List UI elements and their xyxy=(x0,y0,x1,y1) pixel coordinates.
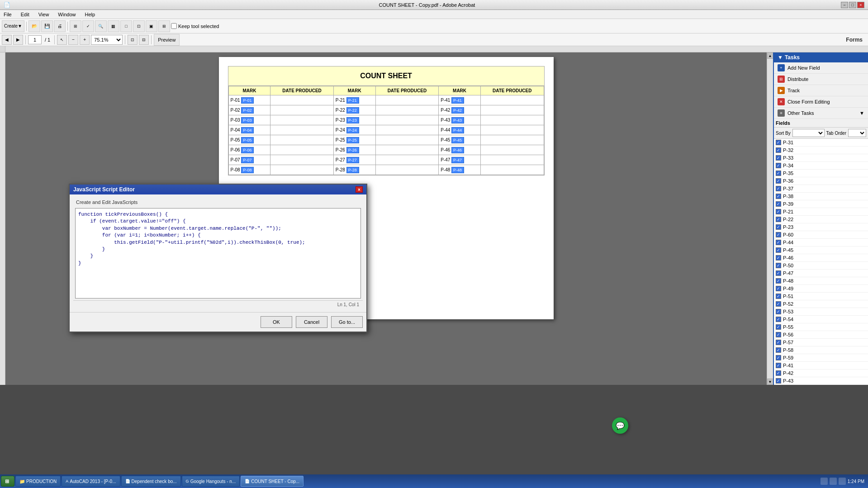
field-box[interactable]: P-06 xyxy=(241,147,254,153)
close-button[interactable]: × xyxy=(857,2,864,8)
tab-order-select[interactable] xyxy=(848,129,866,137)
field-item[interactable]: ✓ P-32 xyxy=(774,147,868,154)
task-distribute[interactable]: ⊞ Distribute xyxy=(774,74,868,85)
field-box[interactable]: P-03 xyxy=(241,117,254,123)
keep-tool-checkbox[interactable] xyxy=(171,23,177,29)
nav-forward[interactable]: ▶ xyxy=(13,35,23,45)
field-item[interactable]: ✓ P-60 xyxy=(774,231,868,239)
field-box[interactable]: P-41 xyxy=(451,97,464,104)
field-box[interactable]: P-42 xyxy=(451,107,464,114)
nav-back[interactable]: ◀ xyxy=(2,35,12,45)
field-checkbox[interactable]: ✓ xyxy=(776,209,781,214)
field-item[interactable]: ✓ P-58 xyxy=(774,346,868,354)
field-checkbox[interactable]: ✓ xyxy=(776,317,781,322)
taskbar-count-sheet[interactable]: 📄 COUNT SHEET - Cop... xyxy=(241,476,304,487)
field-checkbox[interactable]: ✓ xyxy=(776,332,781,337)
field-item[interactable]: ✓ P-54 xyxy=(774,316,868,323)
field-checkbox[interactable]: ✓ xyxy=(776,240,781,245)
field-item[interactable]: ✓ P-22 xyxy=(774,216,868,223)
field-checkbox[interactable]: ✓ xyxy=(776,294,781,299)
sort-by-select[interactable] xyxy=(792,129,825,137)
field-item[interactable]: ✓ P-52 xyxy=(774,300,868,308)
field-box[interactable]: P-25 xyxy=(346,137,359,143)
field-item[interactable]: ✓ P-42 xyxy=(774,370,868,377)
field-item[interactable]: ✓ P-53 xyxy=(774,308,868,316)
print-button[interactable]: 🖨 xyxy=(54,20,66,32)
minimize-button[interactable]: − xyxy=(841,2,848,8)
toolbar-btn-6[interactable]: ▦ xyxy=(108,20,119,32)
menu-edit[interactable]: Edit xyxy=(19,11,31,18)
field-item[interactable]: ✓ P-33 xyxy=(774,154,868,162)
field-box[interactable]: P-48 xyxy=(451,167,464,173)
field-box[interactable]: P-08 xyxy=(241,167,254,173)
toolbar-btn-8[interactable]: ⊡ xyxy=(133,20,145,32)
field-item[interactable]: ✓ P-46 xyxy=(774,254,868,262)
field-item[interactable]: ✓ P-37 xyxy=(774,185,868,193)
menu-window[interactable]: Window xyxy=(56,11,77,18)
field-checkbox[interactable]: ✓ xyxy=(776,194,781,199)
menu-file[interactable]: File xyxy=(2,11,14,18)
open-button[interactable]: 📂 xyxy=(28,20,40,32)
tasks-collapse-icon[interactable]: ▼ xyxy=(778,54,783,61)
field-box[interactable]: P-46 xyxy=(451,147,464,153)
fit-width[interactable]: ⊟ xyxy=(139,35,149,45)
field-item[interactable]: ✓ P-34 xyxy=(774,162,868,170)
task-other-tasks[interactable]: ≡ Other Tasks ▼ xyxy=(774,108,868,119)
save-button[interactable]: 💾 xyxy=(41,20,53,32)
fit-page[interactable]: ⊡ xyxy=(128,35,138,45)
field-item[interactable]: ✓ P-57 xyxy=(774,339,868,346)
field-box[interactable]: P-26 xyxy=(346,147,359,153)
field-item[interactable]: ✓ P-47 xyxy=(774,270,868,277)
goto-button[interactable]: Go to... xyxy=(331,316,363,328)
dialog-close-button[interactable]: × xyxy=(356,186,363,193)
field-item[interactable]: ✓ P-36 xyxy=(774,177,868,185)
field-item[interactable]: ✓ P-38 xyxy=(774,193,868,200)
preview-button[interactable]: Preview xyxy=(154,34,180,46)
toolbar-btn-5[interactable]: 🔍 xyxy=(95,20,107,32)
field-item[interactable]: ✓ P-39 xyxy=(774,200,868,208)
field-checkbox[interactable]: ✓ xyxy=(776,270,781,276)
field-item[interactable]: ✓ P-21 xyxy=(774,208,868,216)
select-tool[interactable]: ↖ xyxy=(57,35,67,45)
field-item[interactable]: ✓ P-48 xyxy=(774,277,868,285)
task-close-form-editing[interactable]: ✕ Close Form Editing xyxy=(774,96,868,108)
vertical-scrollbar[interactable]: ▲ ▼ xyxy=(767,52,773,385)
field-item[interactable]: ✓ P-43 xyxy=(774,377,868,385)
field-checkbox[interactable]: ✓ xyxy=(776,247,781,253)
field-box[interactable]: P-07 xyxy=(241,157,254,163)
field-item[interactable]: ✓ P-44 xyxy=(774,239,868,246)
field-item[interactable]: ✓ P-35 xyxy=(774,170,868,177)
field-box[interactable]: P-23 xyxy=(346,117,359,123)
toolbar-btn-10[interactable]: ⊞ xyxy=(158,20,170,32)
field-checkbox[interactable]: ✓ xyxy=(776,224,781,230)
field-box[interactable]: P-21 xyxy=(346,97,359,104)
taskbar-production[interactable]: 📁 PRODUCTION xyxy=(15,476,61,487)
field-item[interactable]: ✓ P-56 xyxy=(774,331,868,339)
task-track[interactable]: ▶ Track xyxy=(774,85,868,96)
code-editor[interactable]: function tickPreviousBoxes() { if (event… xyxy=(75,208,361,298)
field-checkbox[interactable]: ✓ xyxy=(776,163,781,168)
field-item[interactable]: ✓ P-41 xyxy=(774,362,868,370)
field-item[interactable]: ✓ P-31 xyxy=(774,139,868,147)
start-button[interactable]: ⊞ xyxy=(1,476,14,487)
field-checkbox[interactable]: ✓ xyxy=(776,255,781,261)
taskbar-dependent[interactable]: 📄 Dependent check bo... xyxy=(121,476,181,487)
field-box[interactable]: P-28 xyxy=(346,167,359,173)
toolbar-btn-3[interactable]: ⊞ xyxy=(70,20,81,32)
field-item[interactable]: ✓ P-49 xyxy=(774,285,868,293)
field-checkbox[interactable]: ✓ xyxy=(776,155,781,161)
field-box[interactable]: P-22 xyxy=(346,107,359,114)
taskbar-autocad[interactable]: A AutoCAD 2013 - [P-0... xyxy=(62,476,120,487)
field-checkbox[interactable]: ✓ xyxy=(776,347,781,353)
menu-help[interactable]: Help xyxy=(83,11,97,18)
field-checkbox[interactable]: ✓ xyxy=(776,263,781,268)
field-checkbox[interactable]: ✓ xyxy=(776,232,781,237)
field-box[interactable]: P-47 xyxy=(451,157,464,163)
zoom-in[interactable]: + xyxy=(80,35,90,45)
chat-bubble[interactable]: 💬 xyxy=(612,417,628,434)
field-checkbox[interactable]: ✓ xyxy=(776,171,781,176)
javascript-editor-dialog[interactable]: JavaScript Script Editor × Create and Ed… xyxy=(69,184,367,332)
toolbar-btn-9[interactable]: ▣ xyxy=(146,20,157,32)
taskbar-hangouts[interactable]: G Google Hangouts - n... xyxy=(182,476,240,487)
field-item[interactable]: ✓ P-51 xyxy=(774,293,868,300)
